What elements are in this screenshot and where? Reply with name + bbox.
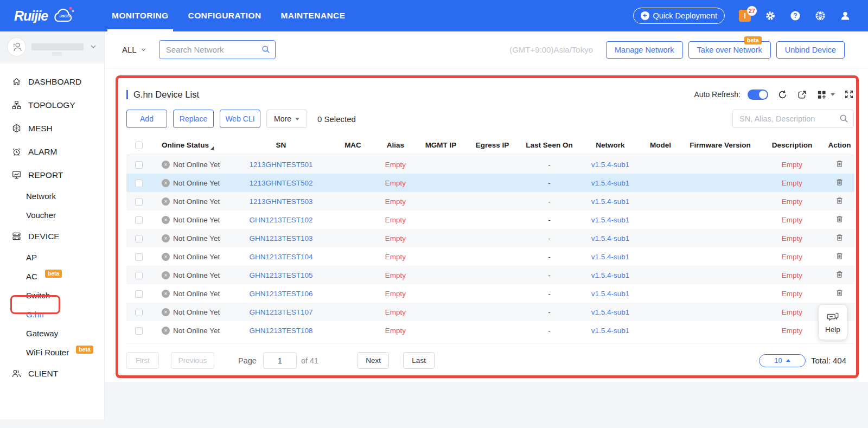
help-question-icon[interactable]: ? [790, 10, 801, 21]
row-checkbox[interactable] [135, 161, 143, 169]
network-link[interactable]: v1.5.4-sub1 [591, 179, 630, 187]
account-icon[interactable] [840, 10, 851, 21]
row-checkbox[interactable] [135, 198, 143, 206]
sidebar-item-gateway[interactable]: Gateway [0, 324, 104, 343]
sort-icon[interactable] [210, 146, 214, 150]
more-button[interactable]: More [266, 110, 307, 128]
network-link[interactable]: v1.5.4-sub1 [591, 271, 630, 279]
sidebar-item-report[interactable]: REPORT [0, 163, 104, 187]
delete-icon[interactable] [835, 233, 844, 242]
fullscreen-icon[interactable] [844, 90, 854, 99]
row-checkbox[interactable] [135, 272, 143, 279]
network-link[interactable]: v1.5.4-sub1 [591, 327, 630, 335]
sidebar-item-voucher[interactable]: Voucher [0, 206, 104, 225]
export-icon[interactable] [797, 90, 807, 100]
row-checkbox[interactable] [135, 180, 143, 187]
mac-cell [330, 210, 376, 229]
quick-deployment-button[interactable]: + Quick Deployment [633, 8, 725, 24]
sidebar-item-network[interactable]: Network [0, 187, 104, 206]
sn-link[interactable]: 1213GHNTEST502 [249, 179, 312, 187]
unbind-device-button[interactable]: Unbind Device [776, 41, 845, 59]
next-page-button[interactable]: Next [358, 352, 389, 369]
sidebar-item-dashboard[interactable]: DASHBOARD [0, 70, 104, 93]
nav-maintenance[interactable]: MAINTENANCE [271, 0, 355, 31]
sn-link[interactable]: GHN1213TEST107 [249, 308, 312, 316]
sn-link[interactable]: GHN1213TEST105 [249, 271, 312, 279]
search-icon[interactable] [261, 44, 271, 54]
network-link[interactable]: v1.5.4-sub1 [591, 234, 630, 242]
row-checkbox[interactable] [135, 309, 143, 316]
sidebar-item-switch[interactable]: Switch [0, 286, 104, 305]
network-search-input[interactable] [159, 40, 276, 59]
auto-refresh-toggle[interactable] [748, 90, 768, 100]
sn-link[interactable]: 1213GHNTEST501 [249, 161, 312, 169]
sidebar-item-wifi-router[interactable]: WiFi Router beta [0, 343, 104, 362]
notification-icon[interactable]: ! 27 [739, 10, 751, 22]
first-page-button[interactable]: First [126, 352, 159, 369]
sidebar-item-label: Gateway [26, 329, 58, 338]
scope-selector[interactable]: ALL [122, 45, 147, 54]
delete-icon[interactable] [835, 251, 844, 260]
manage-network-button[interactable]: Manage Network [606, 41, 683, 59]
delete-icon[interactable] [835, 288, 844, 297]
row-checkbox[interactable] [135, 253, 143, 261]
sidebar-item-ghn[interactable]: G.hn [0, 305, 104, 324]
page-number-input[interactable] [263, 352, 297, 369]
user-account-area[interactable] [0, 31, 104, 62]
last-page-button[interactable]: Last [403, 352, 435, 369]
take-over-network-button[interactable]: Take over Network beta [688, 41, 771, 59]
network-link[interactable]: v1.5.4-sub1 [591, 161, 630, 169]
row-checkbox[interactable] [135, 216, 143, 224]
col-online-status[interactable]: Online Status [151, 136, 232, 155]
gear-icon[interactable] [765, 10, 776, 21]
nav-configuration[interactable]: CONFIGURATION [178, 0, 271, 31]
nav-monitoring[interactable]: MONITORING [102, 0, 178, 31]
row-checkbox[interactable] [135, 327, 143, 335]
table-row: × Not Online Yet GHN1213TEST103 Empty - … [126, 229, 854, 247]
web-cli-button[interactable]: Web CLI [220, 110, 260, 128]
egress-ip-cell [467, 321, 518, 340]
page-size-selector[interactable]: 10 [759, 354, 806, 367]
sn-link[interactable]: 1213GHNTEST503 [249, 197, 312, 206]
sn-link[interactable]: GHN1213TEST106 [249, 290, 312, 298]
network-link[interactable]: v1.5.4-sub1 [591, 290, 630, 298]
firmware-cell [681, 266, 760, 284]
mesh-icon [11, 123, 22, 133]
sidebar-item-mesh[interactable]: MESH [0, 117, 104, 140]
network-link[interactable]: v1.5.4-sub1 [591, 197, 630, 206]
sidebar-item-device[interactable]: DEVICE [0, 225, 104, 248]
row-checkbox[interactable] [135, 290, 143, 298]
row-checkbox[interactable] [135, 235, 143, 242]
search-icon[interactable] [839, 113, 849, 124]
replace-button[interactable]: Replace [173, 110, 214, 128]
col-description: Description [760, 136, 825, 155]
sn-link[interactable]: GHN1213TEST108 [249, 327, 312, 335]
network-link[interactable]: v1.5.4-sub1 [591, 216, 630, 224]
sidebar-item-topology[interactable]: TOPOLOGY [0, 93, 104, 117]
delete-icon[interactable] [835, 177, 844, 187]
previous-page-button[interactable]: Previous [171, 352, 214, 369]
sidebar-item-ac[interactable]: AC beta [0, 267, 104, 286]
sn-link[interactable]: GHN1213TEST103 [249, 234, 312, 242]
globe-icon[interactable] [815, 10, 826, 21]
column-settings-icon[interactable] [816, 90, 827, 100]
device-search-input[interactable] [732, 110, 854, 128]
network-link[interactable]: v1.5.4-sub1 [591, 308, 630, 316]
delete-icon[interactable] [835, 159, 844, 168]
sn-link[interactable]: GHN1213TEST104 [249, 253, 312, 261]
sidebar-item-client[interactable]: CLIENT [0, 362, 104, 385]
chevron-down-icon[interactable] [831, 93, 835, 96]
help-widget[interactable]: Help [818, 304, 847, 340]
delete-icon[interactable] [835, 214, 844, 223]
sidebar-item-ap[interactable]: AP [0, 248, 104, 267]
network-link[interactable]: v1.5.4-sub1 [591, 253, 630, 261]
delete-icon[interactable] [835, 196, 844, 205]
delete-icon[interactable] [835, 270, 844, 279]
select-all-checkbox[interactable] [135, 142, 143, 149]
sn-link[interactable]: GHN1213TEST102 [249, 216, 312, 224]
chevron-down-icon[interactable] [89, 42, 98, 51]
avatar [7, 37, 26, 56]
add-button[interactable]: Add [126, 110, 167, 128]
sidebar-item-alarm[interactable]: ALARM [0, 140, 104, 163]
refresh-icon[interactable] [777, 90, 788, 100]
